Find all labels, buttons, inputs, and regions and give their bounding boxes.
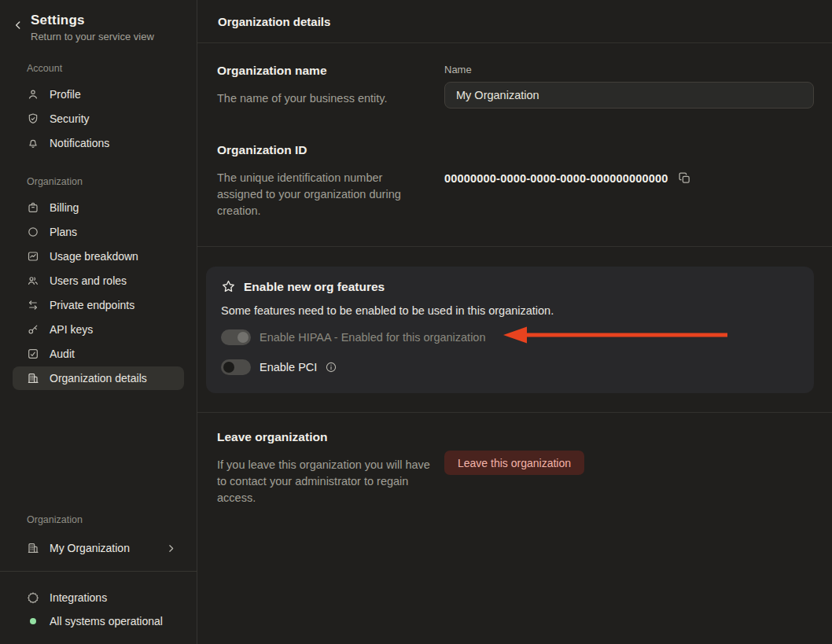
sidebar-item-api-keys[interactable]: API keys bbox=[13, 318, 184, 341]
gear-icon bbox=[27, 591, 39, 604]
section-divider bbox=[197, 246, 832, 247]
hipaa-toggle-label: Enable HIPAA - Enabled for this organiza… bbox=[260, 331, 486, 344]
main-panel: Organization details Organization name T… bbox=[197, 0, 832, 644]
pci-toggle[interactable] bbox=[221, 359, 251, 375]
bell-icon bbox=[27, 137, 39, 149]
org-id-heading: Organization ID bbox=[217, 143, 444, 157]
status-dot-icon bbox=[30, 618, 36, 624]
pci-toggle-row: Enable PCI bbox=[221, 358, 798, 377]
org-name-heading: Organization name bbox=[217, 64, 444, 78]
toggle-knob bbox=[237, 332, 248, 343]
system-status[interactable]: All systems operational bbox=[13, 609, 184, 633]
audit-icon bbox=[27, 348, 39, 360]
user-icon bbox=[27, 88, 39, 101]
sidebar-title: Settings bbox=[31, 13, 154, 28]
organization-nav: Billing Plans Usage breakdown Users and … bbox=[0, 195, 197, 391]
billing-icon bbox=[27, 201, 39, 214]
organization-name-input[interactable] bbox=[444, 82, 814, 109]
organization-name-section: Organization name The name of your busin… bbox=[197, 43, 832, 109]
key-icon bbox=[27, 323, 39, 336]
building-icon bbox=[27, 542, 39, 554]
pci-info-button[interactable] bbox=[325, 361, 337, 374]
sidebar-item-usage-breakdown[interactable]: Usage breakdown bbox=[13, 245, 184, 268]
account-nav: Profile Security Notifications bbox=[0, 82, 197, 156]
leave-organization-button[interactable]: Leave this organization bbox=[444, 451, 584, 475]
page-title: Organization details bbox=[218, 15, 330, 28]
sidebar-header: Settings Return to your service view bbox=[0, 0, 197, 42]
main-content: Organization name The name of your busin… bbox=[197, 43, 832, 644]
sidebar-item-label: Profile bbox=[50, 88, 81, 101]
sidebar-item-audit[interactable]: Audit bbox=[13, 342, 184, 366]
sidebar-item-label: Usage breakdown bbox=[50, 250, 138, 263]
sidebar: Settings Return to your service view Acc… bbox=[0, 0, 197, 644]
shield-check-icon bbox=[27, 112, 39, 125]
copy-button[interactable] bbox=[678, 171, 691, 185]
sidebar-subtitle: Return to your service view bbox=[31, 31, 154, 42]
org-switcher[interactable]: My Organization bbox=[13, 536, 184, 560]
swap-arrows-icon bbox=[27, 299, 39, 311]
hipaa-toggle[interactable] bbox=[221, 329, 251, 345]
hipaa-toggle-row: Enable HIPAA - Enabled for this organiza… bbox=[221, 328, 798, 347]
sidebar-item-label: Users and roles bbox=[50, 274, 127, 287]
org-name-description: The name of your business entity. bbox=[217, 90, 444, 107]
section-label-organization: Organization bbox=[27, 176, 182, 187]
integrations-label: Integrations bbox=[50, 591, 107, 604]
pci-toggle-label: Enable PCI bbox=[260, 361, 317, 374]
section-label-account: Account bbox=[27, 63, 182, 74]
back-button[interactable] bbox=[13, 20, 24, 31]
chevron-right-icon bbox=[166, 543, 176, 554]
sidebar-item-profile[interactable]: Profile bbox=[13, 83, 184, 106]
sidebar-item-label: API keys bbox=[50, 323, 93, 336]
settings-page: Settings Return to your service view Acc… bbox=[0, 0, 832, 644]
leave-description: If you leave this organization you will … bbox=[217, 457, 431, 506]
sidebar-item-billing[interactable]: Billing bbox=[13, 196, 184, 219]
sidebar-item-notifications[interactable]: Notifications bbox=[13, 131, 184, 155]
sidebar-item-security[interactable]: Security bbox=[13, 107, 184, 131]
features-card-title: Enable new org features bbox=[244, 280, 385, 294]
info-icon bbox=[325, 361, 337, 374]
status-label: All systems operational bbox=[50, 615, 163, 627]
star-icon bbox=[221, 279, 236, 294]
sidebar-item-plans[interactable]: Plans bbox=[13, 220, 184, 244]
sidebar-item-label: Organization details bbox=[50, 372, 147, 385]
leave-heading: Leave organization bbox=[217, 430, 444, 444]
org-switcher-label: Organization bbox=[27, 514, 182, 525]
sidebar-item-label: Audit bbox=[50, 348, 75, 360]
building-icon bbox=[27, 372, 39, 385]
integrations-link[interactable]: Integrations bbox=[13, 586, 184, 609]
toggle-knob bbox=[223, 362, 234, 373]
organization-id-value: 00000000-0000-0000-0000-000000000000 bbox=[444, 172, 668, 185]
chart-icon bbox=[27, 250, 39, 263]
sidebar-item-label: Notifications bbox=[50, 137, 109, 149]
sidebar-item-private-endpoints[interactable]: Private endpoints bbox=[13, 293, 184, 317]
copy-icon bbox=[678, 171, 691, 185]
leave-organization-section: Leave organization If you leave this org… bbox=[197, 413, 832, 506]
sidebar-item-label: Security bbox=[50, 112, 90, 125]
main-header: Organization details bbox=[197, 0, 832, 43]
sidebar-footer: Integrations All systems operational bbox=[0, 571, 197, 644]
sidebar-item-label: Billing bbox=[50, 201, 79, 214]
sidebar-item-label: Private endpoints bbox=[50, 299, 134, 311]
chevron-left-icon bbox=[13, 20, 24, 31]
features-card-description: Some features need to be enabled to be u… bbox=[221, 304, 798, 317]
organization-id-section: Organization ID The unique identificatio… bbox=[197, 143, 832, 219]
users-icon bbox=[27, 274, 39, 287]
features-card: Enable new org features Some features ne… bbox=[206, 267, 814, 393]
sidebar-item-organization-details[interactable]: Organization details bbox=[13, 366, 184, 390]
org-switcher-name: My Organization bbox=[50, 542, 130, 554]
org-id-description: The unique identification number assigne… bbox=[217, 170, 420, 219]
circle-icon bbox=[27, 226, 39, 238]
name-field-label: Name bbox=[444, 64, 814, 75]
sidebar-item-label: Plans bbox=[50, 226, 77, 238]
sidebar-item-users-and-roles[interactable]: Users and roles bbox=[13, 269, 184, 293]
